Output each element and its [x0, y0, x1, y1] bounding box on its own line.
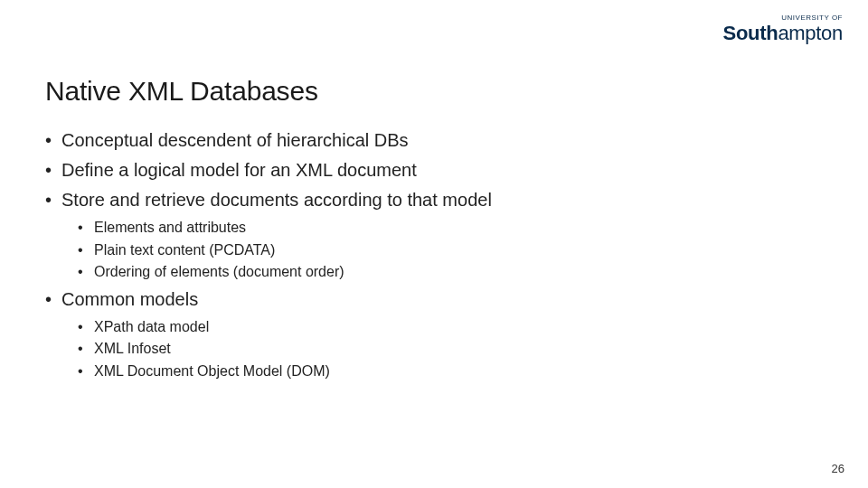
logo-main-rest: ampton: [778, 22, 843, 44]
page-number: 26: [832, 462, 844, 475]
sub-bullet-list: XPath data model XML Infoset XML Documen…: [61, 317, 823, 381]
sub-bullet-item: Ordering of elements (document order): [78, 262, 823, 282]
slide-title: Native XML Databases: [45, 76, 823, 107]
bullet-text: Store and retrieve documents according t…: [61, 190, 492, 210]
bullet-text: Common models: [61, 289, 198, 309]
sub-bullet-item: Elements and attributes: [78, 218, 823, 238]
sub-bullet-item: XPath data model: [78, 317, 823, 337]
sub-bullet-list: Elements and attributes Plain text conte…: [61, 218, 823, 282]
sub-bullet-item: XML Infoset: [78, 339, 823, 359]
bullet-item: Common models XPath data model XML Infos…: [45, 287, 823, 381]
bullet-text: Conceptual descendent of hierarchical DB…: [61, 130, 409, 150]
university-logo: UNIVERSITY OF Southampton: [723, 14, 843, 43]
bullet-item: Conceptual descendent of hierarchical DB…: [45, 128, 823, 153]
bullet-list: Conceptual descendent of hierarchical DB…: [45, 128, 823, 381]
bullet-text: Define a logical model for an XML docume…: [61, 160, 417, 180]
slide-body: Native XML Databases Conceptual descende…: [0, 0, 868, 381]
logo-main-bold: South: [723, 22, 778, 44]
logo-main: Southampton: [723, 23, 843, 43]
bullet-item: Define a logical model for an XML docume…: [45, 158, 823, 183]
sub-bullet-item: Plain text content (PCDATA): [78, 240, 823, 260]
bullet-item: Store and retrieve documents according t…: [45, 188, 823, 282]
sub-bullet-item: XML Document Object Model (DOM): [78, 361, 823, 381]
logo-topline: UNIVERSITY OF: [723, 14, 843, 22]
